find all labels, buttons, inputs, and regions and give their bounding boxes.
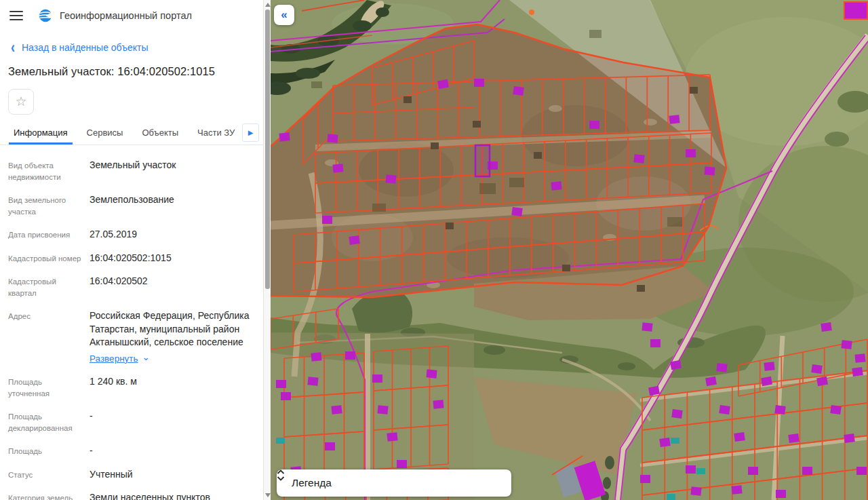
app-title: Геоинформационный портал [60,10,192,21]
portal-logo-icon [38,8,53,23]
expand-collapse-icon [277,469,285,481]
tab-2[interactable]: Объекты [137,121,183,145]
scroll-down-arrow-icon[interactable] [265,493,271,497]
chevron-left-icon: ‹ [11,41,15,54]
field-value: Учтенный [90,468,255,482]
field-row: Кадастровый квартал16:04:020502 [8,275,255,299]
field-label: Вид объекта недвижимости [8,159,90,183]
back-link[interactable]: ‹ Назад в найденные объекты [11,42,263,53]
tabs-bar: ИнформацияСервисыОбъектыЧасти ЗУСоставГ … [0,121,263,145]
field-label: Площадь [8,444,90,458]
field-row: Площадь- [8,444,255,458]
field-value: - [90,410,255,434]
page-title: Земельный участок: 16:04:020502:1015 [8,65,255,78]
field-row: Кадастровый номер16:04:020502:1015 [8,252,255,265]
field-value: 1 240 кв. м [90,375,255,400]
chevron-down-icon: ⌄ [142,351,150,364]
legend-label: Легенда [292,477,332,489]
field-value: 27.05.2019 [90,228,255,242]
info-panel: Геоинформационный портал ‹ Назад в найде… [0,0,263,500]
field-label: Площадь декларированная [8,410,90,434]
field-value: Российская Федерация, Республика Татарст… [90,309,255,365]
field-label: Вид земельного участка [8,193,90,218]
field-label: Категория земель [8,491,90,500]
collapse-panel-button[interactable]: « [274,5,294,25]
favorite-star-button[interactable]: ☆ [8,89,34,115]
field-value: 16:04:020502:1015 [90,252,255,265]
field-value: Землепользование [90,193,255,218]
back-link-label: Назад в найденные объекты [22,42,148,53]
field-label: Кадастровый номер [8,252,90,265]
map-canvas[interactable]: « Легенда [271,0,868,500]
tabs-scroll-right-button[interactable]: ▶ [242,123,259,142]
menu-icon[interactable] [9,11,23,20]
selected-parcel-outline[interactable] [475,145,490,176]
field-value: Земли населенных пунктов [90,491,255,500]
field-value: - [90,444,255,458]
attributes-list: Вид объекта недвижимостиЗемельный участо… [0,145,263,500]
tab-3[interactable]: Части ЗУ [193,121,239,145]
field-row: СтатусУчтенный [8,468,255,482]
tab-1[interactable]: Сервисы [82,121,128,145]
star-icon: ☆ [15,94,26,109]
field-row: Дата присвоения27.05.2019 [8,228,255,242]
field-row: Категория земельЗемли населенных пунктов [8,491,255,500]
field-value: 16:04:020502 [90,275,255,299]
field-row: Вид объекта недвижимостиЗемельный участо… [8,159,255,183]
legend-toggle[interactable]: Легенда [277,469,511,497]
scroll-up-arrow-icon[interactable] [265,3,271,7]
tab-strip: ИнформацияСервисыОбъектыЧасти ЗУСоставГ [0,121,255,145]
double-chevron-left-icon: « [281,8,287,21]
field-label: Площадь уточненная [8,375,90,400]
field-label: Адрес [8,309,90,365]
field-label: Дата присвоения [8,228,90,242]
expand-address-link[interactable]: Развернуть⌄ [90,352,150,366]
scrollbar-thumb[interactable] [265,9,270,289]
field-row: Площадь уточненная1 240 кв. м [8,375,255,400]
field-value: Земельный участок [90,159,255,183]
field-row: Вид земельного участкаЗемлепользование [8,193,255,218]
field-row: Площадь декларированная- [8,410,255,434]
field-label: Кадастровый квартал [8,275,90,299]
panel-header: Геоинформационный портал [0,0,263,31]
field-row: АдресРоссийская Федерация, Республика Та… [8,309,255,365]
tab-0[interactable]: Информация [9,121,73,145]
panel-scrollbar[interactable] [263,0,271,500]
field-label: Статус [8,468,90,482]
